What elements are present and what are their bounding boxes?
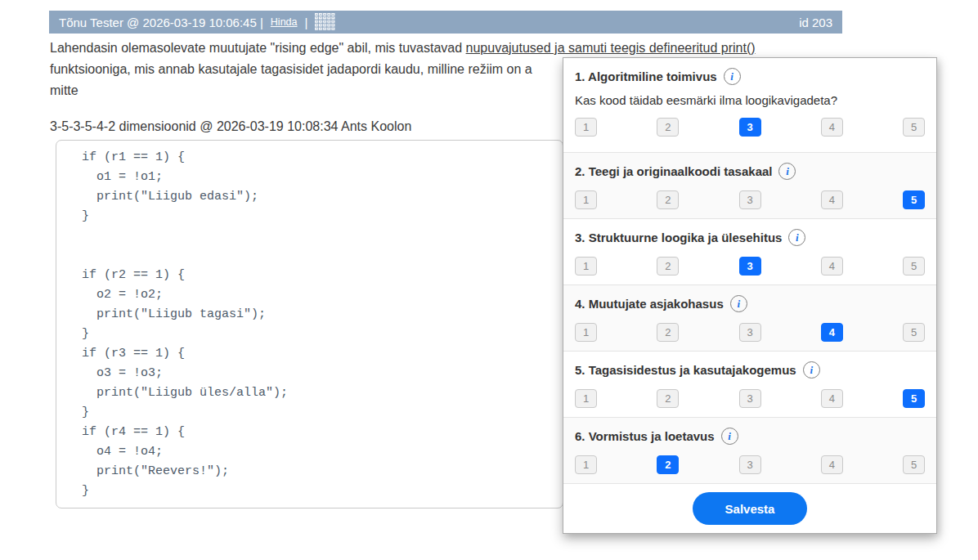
info-icon[interactable]: i <box>721 428 738 445</box>
code-content: if (r1 == 1) { o1 = !o1; print("Liigub e… <box>82 148 563 501</box>
rating-section-title: 3. Struktuurne loogika ja ülesehitus <box>575 231 782 244</box>
rating-button-2[interactable]: 2 <box>657 257 679 276</box>
rating-section: 4. Muutujate asjakohasusi12345 <box>563 284 936 351</box>
rating-button-2[interactable]: 2 <box>657 455 679 474</box>
rating-button-2[interactable]: 2 <box>657 389 679 408</box>
rating-button-1[interactable]: 1 <box>575 190 597 209</box>
rating-section: 2. Teegi ja originaalkoodi tasakaali1234… <box>563 152 936 218</box>
rating-button-4[interactable]: 4 <box>821 455 843 474</box>
rating-section: 3. Struktuurne loogika ja ülesehitusi123… <box>563 218 936 284</box>
header-separator: | <box>305 16 308 29</box>
rating-button-5[interactable]: 5 <box>903 118 925 137</box>
rating-button-3[interactable]: 3 <box>739 190 761 209</box>
rating-button-5[interactable]: 5 <box>903 455 925 474</box>
rating-button-5[interactable]: 5 <box>903 323 925 342</box>
rating-button-2[interactable]: 2 <box>657 323 679 342</box>
submission-meta: 3-5-3-5-4-2 dimensioonid @ 2026-03-19 10… <box>50 119 590 134</box>
rating-button-3[interactable]: 3 <box>739 455 761 474</box>
rating-button-3[interactable]: 3 <box>739 323 761 342</box>
hinda-link[interactable]: Hinda <box>271 16 298 28</box>
info-icon[interactable]: i <box>803 361 820 379</box>
answer-line1: Lahendasin olemasolevate muutujate "risi… <box>50 41 466 55</box>
rating-section: 1. Algoritmiline toimivusiKas kood täida… <box>563 58 936 152</box>
rating-button-1[interactable]: 1 <box>575 323 597 342</box>
header-user-timestamp: Tõnu Tester @ 2026-03-19 10:06:45 | <box>59 16 263 29</box>
header-bar: Tõnu Tester @ 2026-03-19 10:06:45 | Hind… <box>49 11 842 34</box>
rating-button-4[interactable]: 4 <box>821 323 843 342</box>
rating-section-title: 4. Muutujate asjakohasus <box>575 297 724 311</box>
rating-button-1[interactable]: 1 <box>575 118 597 137</box>
rating-button-3[interactable]: 3 <box>739 118 761 137</box>
rating-section: 6. Vormistus ja loetavusi12345 <box>563 417 936 483</box>
rating-button-4[interactable]: 4 <box>821 190 843 209</box>
rating-button-1[interactable]: 1 <box>575 257 597 276</box>
record-id-badge: id 203 <box>799 16 832 29</box>
code-block: if (r1 == 1) { o1 = !o1; print("Liigub e… <box>56 140 563 508</box>
info-icon[interactable]: i <box>788 229 805 246</box>
rating-section: 5. Tagasisidestus ja kasutajakogemusi123… <box>563 351 936 417</box>
rating-section-title: 6. Vormistus ja loetavus <box>575 429 715 443</box>
save-button[interactable]: Salvesta <box>693 492 807 525</box>
rating-button-4[interactable]: 4 <box>821 118 843 137</box>
rating-section-title: 2. Teegi ja originaalkoodi tasakaal <box>575 164 772 178</box>
rating-button-2[interactable]: 2 <box>657 118 679 137</box>
answer-line3: mitte <box>50 83 79 97</box>
rating-panel: 1. Algoritmiline toimivusiKas kood täida… <box>563 57 937 534</box>
rating-button-4[interactable]: 4 <box>821 389 843 408</box>
rating-section-title: 5. Tagasisidestus ja kasutajakogemus <box>575 363 796 377</box>
rating-button-5[interactable]: 5 <box>903 257 925 276</box>
rating-button-1[interactable]: 1 <box>575 389 597 408</box>
info-icon[interactable]: i <box>724 68 741 85</box>
answer-line1-underlined: nupuvajutused ja samuti teegis defineeri… <box>466 41 756 55</box>
info-icon[interactable]: i <box>778 163 796 180</box>
rating-button-2[interactable]: 2 <box>657 190 679 209</box>
rating-section-question: Kas kood täidab eesmärki ilma loogikavig… <box>575 93 925 107</box>
rating-button-5[interactable]: 5 <box>903 190 925 209</box>
rating-button-1[interactable]: 1 <box>575 455 597 474</box>
rating-button-4[interactable]: 4 <box>821 257 843 276</box>
rating-panel-footer: Salvesta <box>563 483 936 533</box>
answer-line2: funktsiooniga, mis annab kasutajale taga… <box>50 62 532 76</box>
rating-button-3[interactable]: 3 <box>739 389 761 408</box>
rating-section-title: 1. Algoritmiline toimivus <box>575 69 717 83</box>
grid-icon[interactable] <box>315 13 336 31</box>
info-icon[interactable]: i <box>730 295 747 312</box>
rating-button-3[interactable]: 3 <box>739 257 761 276</box>
rating-button-5[interactable]: 5 <box>903 389 925 408</box>
